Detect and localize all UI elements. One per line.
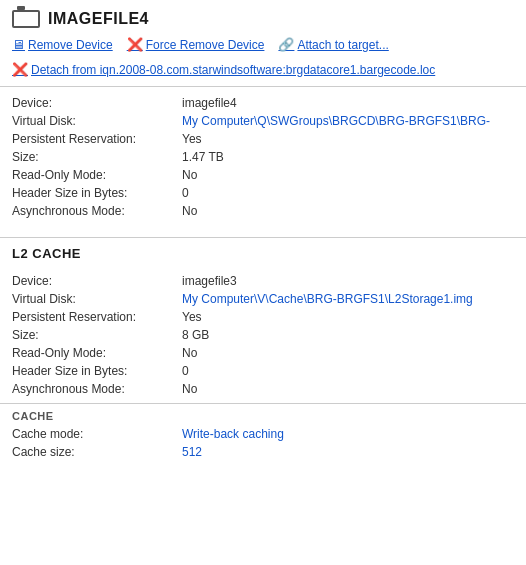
prop-label: Virtual Disk: xyxy=(12,291,182,307)
prop-label: Persistent Reservation: xyxy=(12,131,182,147)
prop-label: Cache mode: xyxy=(12,426,182,442)
attach-icon: 🔗 xyxy=(278,37,294,52)
prop-value: My Computer\Q\SWGroups\BRGCD\BRG-BRGFS1\… xyxy=(182,113,514,129)
prop-value: No xyxy=(182,203,514,219)
device-icon xyxy=(12,10,40,28)
prop-value: Yes xyxy=(182,131,514,147)
imagefile4-section: Device:imagefile4Virtual Disk:My Compute… xyxy=(0,86,526,229)
prop-label: Cache size: xyxy=(12,444,182,460)
prop-value: imagefile3 xyxy=(182,273,514,289)
prop-value: 0 xyxy=(182,363,514,379)
detach-label: Detach from iqn.2008-08.com.starwindsoft… xyxy=(31,63,435,77)
prop-label: Size: xyxy=(12,327,182,343)
remove-device-button[interactable]: 🖥 Remove Device xyxy=(12,36,113,53)
toolbar: 🖥 Remove Device ❌ Force Remove Device 🔗 … xyxy=(0,32,526,61)
prop-label: Persistent Reservation: xyxy=(12,309,182,325)
detach-icon: ❌ xyxy=(12,62,28,77)
l2cache-section: L2 CACHE Device:imagefile3Virtual Disk:M… xyxy=(0,229,526,468)
attach-to-target-button[interactable]: 🔗 Attach to target... xyxy=(278,36,388,53)
prop-label: Header Size in Bytes: xyxy=(12,363,182,379)
l2cache-title: L2 CACHE xyxy=(12,246,514,261)
imagefile4-props: Device:imagefile4Virtual Disk:My Compute… xyxy=(12,95,514,219)
prop-value: imagefile4 xyxy=(182,95,514,111)
attach-label: Attach to target... xyxy=(297,38,388,52)
prop-label: Device: xyxy=(12,95,182,111)
prop-label: Header Size in Bytes: xyxy=(12,185,182,201)
prop-value: No xyxy=(182,381,514,397)
toolbar-row2: ❌ Detach from iqn.2008-08.com.starwindso… xyxy=(0,61,526,86)
force-remove-label: Force Remove Device xyxy=(146,38,265,52)
prop-label: Asynchronous Mode: xyxy=(12,381,182,397)
detach-button[interactable]: ❌ Detach from iqn.2008-08.com.starwindso… xyxy=(12,61,435,78)
prop-label: Read-Only Mode: xyxy=(12,167,182,183)
remove-device-label: Remove Device xyxy=(28,38,113,52)
l2cache-props: Device:imagefile3Virtual Disk:My Compute… xyxy=(12,273,514,397)
prop-value: No xyxy=(182,167,514,183)
prop-value: 8 GB xyxy=(182,327,514,343)
prop-value: My Computer\V\Cache\BRG-BRGFS1\L2Storage… xyxy=(182,291,514,307)
force-remove-icon: ❌ xyxy=(127,37,143,52)
cache-subsection-title: CACHE xyxy=(12,410,514,422)
page-title: IMAGEFILE4 xyxy=(48,10,149,28)
force-remove-device-button[interactable]: ❌ Force Remove Device xyxy=(127,36,265,53)
prop-label: Read-Only Mode: xyxy=(12,345,182,361)
imagefile4-header: IMAGEFILE4 xyxy=(0,0,526,32)
prop-label: Virtual Disk: xyxy=(12,113,182,129)
prop-label: Device: xyxy=(12,273,182,289)
remove-device-icon: 🖥 xyxy=(12,37,25,52)
cache-props: Cache mode:Write-back cachingCache size:… xyxy=(12,426,514,460)
prop-value: 0 xyxy=(182,185,514,201)
prop-value: No xyxy=(182,345,514,361)
prop-value: Yes xyxy=(182,309,514,325)
prop-value: 512 xyxy=(182,444,514,460)
prop-label: Asynchronous Mode: xyxy=(12,203,182,219)
prop-value: 1.47 TB xyxy=(182,149,514,165)
cache-subsection: CACHE Cache mode:Write-back cachingCache… xyxy=(0,403,526,468)
prop-label: Size: xyxy=(12,149,182,165)
prop-value: Write-back caching xyxy=(182,426,514,442)
